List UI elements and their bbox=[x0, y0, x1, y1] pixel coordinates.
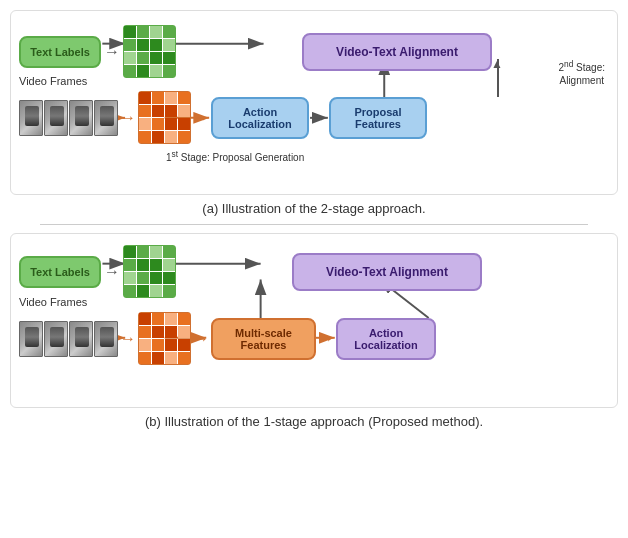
arrow5-top: → bbox=[311, 109, 327, 127]
bottom-multi-scale-box: Multi-scale Features bbox=[211, 318, 316, 360]
bottom-orange-grid bbox=[138, 312, 191, 365]
video-frames-label-top: Video Frames bbox=[19, 75, 87, 87]
arrow4-top: → bbox=[193, 109, 209, 127]
top-caption: (a) Illustration of the 2-stage approach… bbox=[202, 201, 425, 216]
bottom-text-labels-box: Text Labels bbox=[19, 256, 101, 288]
top-video-row: Video Frames → → Action Localization bbox=[19, 91, 427, 144]
arrow1-top: → bbox=[104, 43, 120, 61]
arrow3-top: → bbox=[120, 109, 136, 127]
bottom-text-row: Text Labels → Video-Text Alignment bbox=[19, 245, 482, 298]
bot-frame2 bbox=[44, 321, 68, 357]
up-arrow-head: ▲ bbox=[491, 57, 503, 71]
video-frames-label-bottom: Video Frames bbox=[19, 296, 87, 308]
top-video-frames bbox=[19, 100, 118, 136]
section-divider bbox=[40, 224, 587, 225]
arrow1-bot: → bbox=[104, 263, 120, 281]
bot-frame1 bbox=[19, 321, 43, 357]
stage2-label: 2nd Stage:Alignment bbox=[558, 59, 605, 87]
top-action-loc-box: Action Localization bbox=[211, 97, 309, 139]
main-container: Text Labels → Video-Text Alignment Video… bbox=[0, 0, 628, 538]
bottom-video-frames bbox=[19, 321, 118, 357]
top-diagram-section: Text Labels → Video-Text Alignment Video… bbox=[10, 10, 618, 216]
top-text-row: Text Labels → Video-Text Alignment bbox=[19, 25, 492, 78]
top-text-labels-box: Text Labels bbox=[19, 36, 101, 68]
bot-frame4 bbox=[94, 321, 118, 357]
top-proposal-feat-box: Proposal Features bbox=[329, 97, 427, 139]
frame2 bbox=[44, 100, 68, 136]
arrow3-bot: → bbox=[120, 330, 136, 348]
bottom-diagram-section: Text Labels → Video-Text Alignment Video… bbox=[10, 233, 618, 429]
arrow5-bot: → bbox=[318, 330, 334, 348]
bottom-text-feature-grid bbox=[123, 245, 176, 298]
frame3 bbox=[69, 100, 93, 136]
frame4 bbox=[94, 100, 118, 136]
top-orange-grid bbox=[138, 91, 191, 144]
top-video-text-box: Video-Text Alignment bbox=[302, 33, 492, 71]
top-diagram-box: Text Labels → Video-Text Alignment Video… bbox=[10, 10, 618, 195]
bottom-video-text-box: Video-Text Alignment bbox=[292, 253, 482, 291]
bottom-video-row: Video Frames → → Multi-scale Features bbox=[19, 312, 436, 365]
bottom-caption: (b) Illustration of the 1-stage approach… bbox=[145, 414, 483, 429]
bottom-action-loc-box: Action Localization bbox=[336, 318, 436, 360]
bottom-diagram-box: Text Labels → Video-Text Alignment Video… bbox=[10, 233, 618, 408]
bot-frame3 bbox=[69, 321, 93, 357]
frame1 bbox=[19, 100, 43, 136]
top-text-feature-grid bbox=[123, 25, 176, 78]
stage1-label: 1st Stage: Proposal Generation bbox=[166, 149, 304, 163]
arrow4-bot: → bbox=[193, 330, 209, 348]
